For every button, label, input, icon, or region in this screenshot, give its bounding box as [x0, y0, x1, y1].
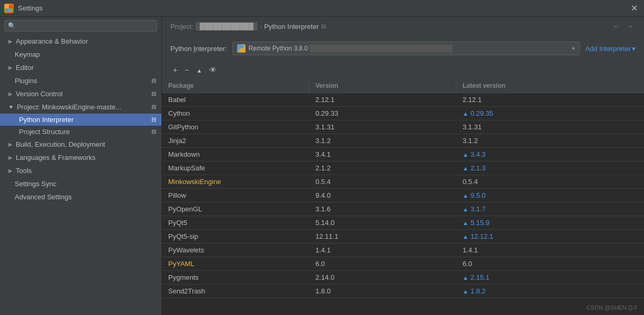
- upgrade-package-button[interactable]: ▲: [193, 64, 205, 76]
- table-row[interactable]: PyOpenGL 3.1.6 ▲ 3.1.7: [162, 202, 644, 216]
- table-body: Babel 2.12.1 2.12.1 Cython 0.29.33 ▲ 0.2…: [162, 93, 644, 298]
- sidebar-item-languages[interactable]: ▶ Languages & Frameworks: [0, 151, 161, 164]
- package-version: 2.12.1: [309, 93, 456, 106]
- package-version: 3.4.1: [309, 148, 456, 161]
- structure-badge: ⊟: [151, 128, 156, 135]
- package-name: MarkupSafe: [162, 161, 309, 175]
- chevron-right-icon: ▶: [8, 155, 13, 160]
- sidebar-item-label: Plugins: [15, 77, 37, 85]
- add-interpreter-button[interactable]: Add Interpreter ▾: [585, 45, 636, 53]
- package-latest: 3.1.2: [456, 134, 644, 147]
- table-row[interactable]: Babel 2.12.1 2.12.1: [162, 93, 644, 107]
- table-row[interactable]: Pygments 2.14.0 ▲ 2.15.1: [162, 271, 644, 284]
- close-button[interactable]: ✕: [629, 3, 640, 13]
- py-interpreter-badge: ⊟: [151, 116, 156, 123]
- project-name-badge: ████████████: [196, 22, 258, 31]
- package-name: PyYAML: [162, 257, 309, 270]
- show-details-button[interactable]: 👁: [207, 64, 219, 76]
- package-name: MinkowskiEngine: [162, 175, 309, 188]
- package-version: 0.5.4: [309, 175, 456, 188]
- col-version: Version: [309, 79, 456, 93]
- package-latest: ▲ 0.29.35: [456, 107, 644, 120]
- upgrade-arrow-icon: ▲: [463, 110, 468, 117]
- panel-icon: ⊟: [321, 23, 326, 30]
- table-row[interactable]: PyYAML 6.0 6.0: [162, 257, 644, 271]
- sidebar-item-python-interpreter[interactable]: Python Interpreter ⊟: [0, 114, 161, 126]
- settings-window: Settings ✕ 🔍 ▶ Appearance & Behavior Key…: [0, 0, 644, 315]
- table-row[interactable]: MarkupSafe 2.1.2 ▲ 2.1.3: [162, 161, 644, 175]
- sidebar-item-appearance[interactable]: ▶ Appearance & Behavior: [0, 35, 161, 48]
- sidebar-item-settings-sync[interactable]: Settings Sync: [0, 177, 161, 190]
- table-header: Package Version Latest version: [162, 79, 644, 93]
- package-version: 5.14.0: [309, 216, 456, 229]
- table-row[interactable]: Markdown 3.4.1 ▲ 3.4.3: [162, 148, 644, 161]
- package-latest: 3.1.31: [456, 120, 644, 134]
- package-version: 2.1.2: [309, 161, 456, 175]
- packages-toolbar: + − ▲ 👁: [162, 61, 644, 79]
- python-icon: [237, 44, 246, 53]
- nav-forward-button[interactable]: →: [624, 21, 636, 32]
- package-version: 12.11.1: [309, 230, 456, 243]
- interpreter-row: Python Interpreter: Remote Python 3.8.0 …: [162, 36, 644, 61]
- sidebar-item-version-control[interactable]: ▶ Version Control ⊟: [0, 87, 161, 100]
- sidebar-item-editor[interactable]: ▶ Editor: [0, 61, 161, 74]
- package-version: 9.4.0: [309, 189, 456, 202]
- package-version: 2.14.0: [309, 271, 456, 284]
- table-row[interactable]: PyWavelets 1.4.1 1.4.1: [162, 243, 644, 257]
- table-row[interactable]: MinkowskiEngine 0.5.4 0.5.4: [162, 175, 644, 189]
- table-row[interactable]: Jinja2 3.1.2 3.1.2: [162, 134, 644, 148]
- svg-rect-1: [9, 5, 13, 8]
- vc-badge: ⊟: [151, 90, 156, 97]
- nav-back-button[interactable]: ←: [610, 21, 622, 32]
- interpreter-select[interactable]: Remote Python 3.8.0 ████████████████████…: [232, 42, 580, 55]
- sidebar-item-advanced[interactable]: Advanced Settings: [0, 190, 161, 204]
- remove-package-button[interactable]: −: [182, 64, 191, 76]
- search-box[interactable]: 🔍: [4, 20, 157, 32]
- package-name: Pillow: [162, 189, 309, 202]
- package-version: 3.1.6: [309, 202, 456, 216]
- package-version: 6.0: [309, 257, 456, 270]
- package-name: PyQt5: [162, 216, 309, 229]
- chevron-right-icon: ▶: [8, 91, 13, 97]
- plugin-badge: ⊟: [151, 77, 156, 84]
- table-row[interactable]: Cython 0.29.33 ▲ 0.29.35: [162, 107, 644, 120]
- package-name: GitPython: [162, 120, 309, 134]
- watermark: CSDN @SHEN.Q.F: [587, 304, 638, 311]
- sidebar-item-build[interactable]: ▶ Build, Execution, Deployment: [0, 138, 161, 151]
- table-row[interactable]: Send2Trash 1.8.0 ▲ 1.8.2: [162, 284, 644, 298]
- package-latest: 1.4.1: [456, 243, 644, 257]
- package-version: 1.4.1: [309, 243, 456, 257]
- sidebar-item-keymap[interactable]: Keymap: [0, 48, 161, 61]
- package-name: PyOpenGL: [162, 202, 309, 216]
- table-row[interactable]: PyQt5 5.14.0 ▲ 5.15.9: [162, 216, 644, 230]
- titlebar: Settings ✕: [0, 0, 644, 17]
- sidebar-item-project[interactable]: ▼ Project: MinkowskiEngine-maste... ⊟: [0, 100, 161, 114]
- main-panel: Project: ████████████ › Python Interpret…: [162, 17, 644, 315]
- search-input[interactable]: [18, 22, 154, 29]
- chevron-right-icon: ▶: [8, 38, 13, 44]
- table-row[interactable]: PyQt5-sip 12.11.1 ▲ 12.12.1: [162, 230, 644, 243]
- sidebar-item-plugins[interactable]: Plugins ⊟: [0, 74, 161, 87]
- package-latest: ▲ 2.15.1: [456, 271, 644, 284]
- chevron-right-icon: ▶: [8, 65, 13, 70]
- sidebar-item-project-structure[interactable]: Project Structure ⊟: [0, 126, 161, 138]
- window-title: Settings: [18, 4, 629, 12]
- table-row[interactable]: Pillow 9.4.0 ▲ 9.5.0: [162, 189, 644, 202]
- upgrade-icon: ▲: [196, 67, 202, 74]
- add-package-button[interactable]: +: [170, 64, 180, 76]
- chevron-right-icon: ▶: [8, 141, 13, 147]
- upgrade-arrow-icon: ▲: [463, 233, 468, 240]
- package-name: PyQt5-sip: [162, 230, 309, 243]
- upgrade-arrow-icon: ▲: [463, 165, 468, 171]
- package-version: 0.29.33: [309, 107, 456, 120]
- upgrade-arrow-icon: ▲: [463, 220, 468, 226]
- main-content: 🔍 ▶ Appearance & Behavior Keymap ▶ Edito…: [0, 17, 644, 315]
- sidebar-item-label: Version Control: [16, 90, 63, 98]
- package-latest: ▲ 5.15.9: [456, 216, 644, 229]
- sidebar-item-tools[interactable]: ▶ Tools: [0, 164, 161, 177]
- svg-rect-2: [5, 8, 9, 12]
- sidebar-child-label: Project Structure: [19, 128, 70, 136]
- interpreter-value: Remote Python 3.8.0 ████████████████████…: [249, 45, 569, 52]
- table-row[interactable]: GitPython 3.1.31 3.1.31: [162, 120, 644, 134]
- package-name: PyWavelets: [162, 243, 309, 257]
